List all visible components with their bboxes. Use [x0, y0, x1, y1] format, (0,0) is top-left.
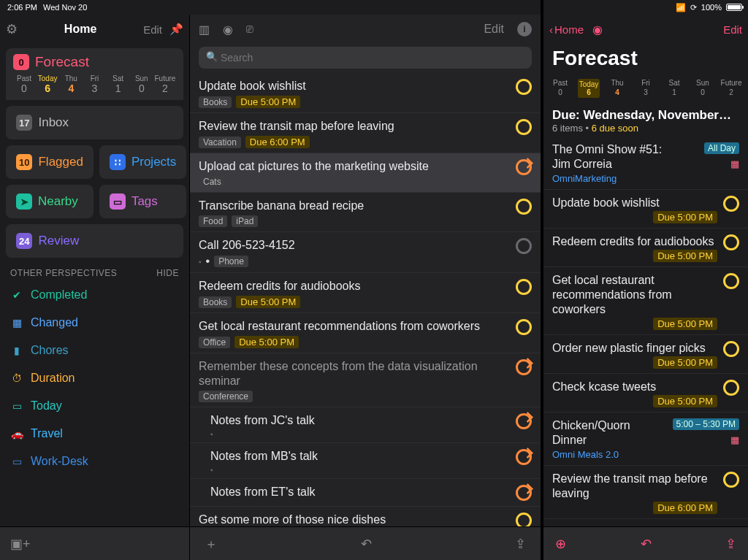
focus-icon[interactable]: ▥ [199, 23, 210, 37]
share-icon[interactable]: ⇪ [725, 536, 736, 552]
status-circle[interactable] [723, 196, 739, 212]
status-circle[interactable] [723, 472, 739, 488]
task-row[interactable]: Remember these concepts from the data vi… [190, 353, 541, 407]
task-row[interactable]: Order new plastic finger picksDue 5:00 P… [543, 335, 748, 374]
task-row[interactable]: Call 206-523-4152▪ • Phone [190, 232, 541, 273]
tag[interactable]: Vacation [199, 137, 241, 148]
tasklist-edit-button[interactable]: Edit [484, 23, 504, 36]
task-row[interactable]: Check kcase tweetsDue 5:00 PM [543, 374, 748, 413]
info-icon[interactable]: i [517, 22, 532, 37]
tag[interactable]: Phone [214, 256, 248, 267]
perspective-completed[interactable]: ✔Completed [0, 281, 189, 309]
perspective-work-desk[interactable]: ▭Work-Desk [0, 448, 189, 475]
task-row[interactable]: Notes from JC's talk▪ [190, 407, 541, 443]
status-circle[interactable] [723, 273, 739, 289]
gear-icon[interactable]: ⚙ [6, 21, 18, 37]
task-title: Update book wishlist [199, 79, 510, 93]
right-edit-button[interactable]: Edit [723, 23, 742, 36]
back-button[interactable]: ‹ Home [549, 23, 584, 36]
new-action-icon[interactable]: ＋ [205, 535, 218, 553]
task-row[interactable]: Redeem credits for audiobooksDue 5:00 PM [543, 229, 748, 267]
task-title: Chicken/Quorn Dinner [552, 418, 667, 448]
task-row[interactable]: Notes from ET's talk [190, 479, 541, 507]
task-row[interactable]: Update book wishlistDue 5:00 PM [543, 190, 748, 229]
perspective-chores[interactable]: ▮Chores [0, 337, 189, 364]
status-circle[interactable] [516, 449, 532, 465]
eye-icon[interactable]: ◉ [592, 23, 603, 37]
sidebar-edit-button[interactable]: Edit [143, 23, 162, 36]
tag[interactable]: Office [199, 337, 230, 348]
sidebar-item-inbox[interactable]: 17 Inbox [6, 106, 183, 139]
status-circle[interactable] [516, 279, 532, 295]
status-circle[interactable] [723, 341, 739, 357]
calendar-icon: ▦ [730, 434, 739, 445]
task-row[interactable]: Upload cat pictures to the marketing web… [190, 153, 541, 193]
status-circle[interactable] [516, 485, 532, 501]
right-title: Forecast [543, 44, 748, 74]
tag[interactable]: Conference [199, 391, 253, 402]
status-circle[interactable] [516, 319, 532, 335]
forecast-day-labels: Past Today Thu Fri Sat Sun Future [13, 74, 176, 83]
status-circle[interactable] [516, 199, 532, 215]
due-badge: Due 5:00 PM [653, 318, 717, 330]
status-circle[interactable] [516, 413, 532, 429]
task-row[interactable]: Transcribe banana bread recipeFoodiPad [190, 193, 541, 232]
sidebar-item-projects[interactable]: ∷ Projects [99, 145, 186, 179]
task-row[interactable]: Notes from MB's talk▪ [190, 443, 541, 479]
due-badge: Due 5:00 PM [653, 250, 717, 262]
search-input[interactable] [199, 47, 532, 69]
task-row[interactable]: Review the transit map before leavingDue… [543, 466, 748, 519]
task-row[interactable]: Get some more of those nice dishes▪ • Sh… [190, 507, 541, 526]
tag[interactable]: Food [199, 215, 227, 227]
status-circle[interactable] [723, 234, 739, 250]
perspective-today[interactable]: ▭Today [0, 392, 189, 420]
due-badge: Due 5:00 PM [653, 211, 717, 223]
perspective-travel[interactable]: 🚗Travel [0, 420, 189, 448]
task-title: Review the transit map before leaving [552, 472, 717, 501]
perspective-changed[interactable]: ▦Changed [0, 309, 189, 337]
status-circle[interactable] [516, 513, 532, 526]
status-circle[interactable] [723, 380, 739, 396]
task-row[interactable]: Get local restaurant recommendations fro… [190, 313, 541, 353]
forecast-day-counts[interactable]: 0 6 4 3 1 0 2 [13, 83, 176, 97]
due-badge: Due 5:00 PM [653, 356, 717, 369]
add-perspective-icon[interactable]: ▣+ [10, 536, 31, 552]
tag[interactable]: iPad [232, 215, 258, 227]
project-label[interactable]: Omni Meals 2.0 [552, 449, 619, 460]
tag[interactable]: Books [199, 296, 232, 308]
sidebar-item-flagged[interactable]: 10 Flagged [6, 145, 94, 179]
tag[interactable]: Cats [199, 176, 226, 188]
sidebar-item-nearby[interactable]: ➤ Nearby [6, 185, 94, 218]
share-icon[interactable]: ⇪ [515, 536, 526, 552]
task-row[interactable]: Update book wishlistBooks Due 5:00 PM [190, 73, 541, 113]
sidebar-item-review[interactable]: 24 Review [6, 224, 183, 258]
status-circle[interactable] [516, 79, 532, 95]
tag[interactable]: Books [199, 96, 232, 108]
perspective-duration[interactable]: ⏱Duration [0, 364, 189, 392]
project-label[interactable]: OmniMarketing [552, 173, 617, 184]
status-circle[interactable] [516, 359, 532, 375]
new-action-icon[interactable]: ⊕ [555, 536, 566, 552]
undo-icon[interactable]: ↶ [641, 536, 652, 552]
task-row[interactable]: Redeem credits for audiobooksBooks Due 5… [190, 273, 541, 313]
task-title: Redeem credits for audiobooks [552, 234, 717, 249]
forecast-card[interactable]: 0 Forecast Past Today Thu Fri Sat Sun Fu… [6, 48, 183, 100]
pin-icon[interactable]: 📌 [169, 23, 183, 36]
cleanup-icon[interactable]: ⎚ [246, 23, 253, 36]
task-row[interactable]: Chicken/Quorn DinnerOmni Meals 2.05:00 –… [543, 413, 748, 466]
task-title: Call 206-523-4152 [199, 238, 510, 253]
task-row[interactable]: The Omni Show #51:Jim CorreiaOmniMarketi… [543, 137, 748, 190]
perspective-icon: ▭ [10, 455, 23, 468]
task-row[interactable]: Get local restaurant recommendations fro… [543, 267, 748, 335]
status-circle[interactable] [516, 159, 532, 175]
perspectives-hide-button[interactable]: HIDE [156, 268, 179, 278]
right-day-counts[interactable]: 0 6 4 3 1 0 2 [549, 88, 742, 101]
perspective-icon: ▭ [10, 399, 23, 413]
review-count: 24 [16, 233, 32, 249]
task-row[interactable]: Review the transit map before leavingVac… [190, 113, 541, 153]
sidebar-item-tags[interactable]: ▭ Tags [99, 185, 186, 218]
status-circle[interactable] [516, 119, 532, 135]
eye-icon[interactable]: ◉ [223, 23, 233, 37]
undo-icon[interactable]: ↶ [361, 536, 372, 552]
status-circle[interactable] [516, 238, 532, 254]
